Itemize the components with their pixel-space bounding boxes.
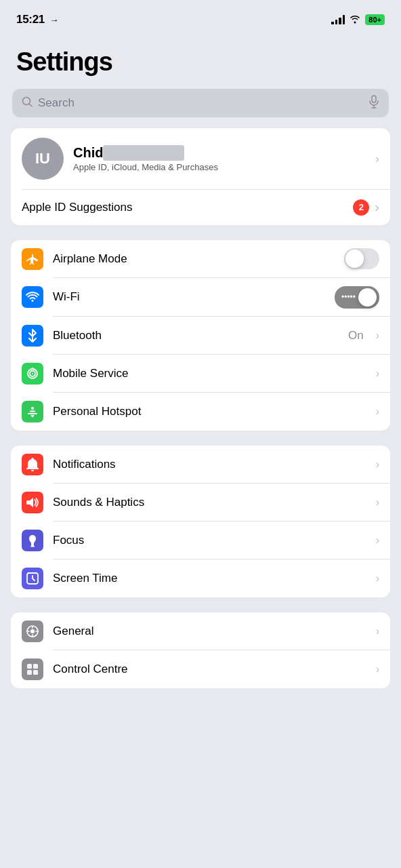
screen-time-icon	[22, 568, 43, 589]
svg-rect-14	[26, 500, 30, 505]
search-container: Search	[0, 82, 401, 128]
sounds-haptics-icon	[22, 492, 43, 513]
bluetooth-icon	[22, 325, 43, 347]
profile-chevron-icon: ›	[375, 152, 379, 166]
mobile-service-label: Mobile Service	[53, 367, 366, 380]
wifi-row[interactable]: Wi-Fi •••••	[11, 278, 390, 317]
bluetooth-label: Bluetooth	[53, 329, 339, 342]
suggestions-badge: 2	[353, 199, 369, 216]
personal-hotspot-label: Personal Hotspot	[53, 405, 366, 418]
svg-rect-25	[27, 670, 32, 675]
control-centre-icon	[22, 658, 43, 680]
airplane-mode-icon	[22, 248, 43, 270]
wifi-network-toggle[interactable]: •••••	[335, 286, 379, 309]
notifications-section: Notifications › Sounds & Haptics › Focus…	[11, 446, 390, 597]
bluetooth-chevron-icon: ›	[376, 330, 379, 342]
avatar: IU	[22, 138, 64, 180]
page-header: Settings	[0, 35, 401, 82]
sounds-haptics-label: Sounds & Haptics	[53, 496, 366, 509]
personal-hotspot-row[interactable]: Personal Hotspot ›	[11, 393, 390, 431]
profile-name: Chid	[73, 145, 366, 161]
focus-row[interactable]: Focus ›	[11, 521, 390, 559]
svg-rect-23	[27, 664, 32, 669]
bluetooth-value: On	[348, 329, 364, 342]
general-label: General	[53, 625, 366, 638]
notifications-chevron-icon: ›	[376, 458, 379, 471]
focus-icon	[22, 530, 43, 551]
control-centre-label: Control Centre	[53, 663, 366, 676]
wifi-network-name: •••••	[341, 292, 356, 302]
profile-card: IU Chid Apple ID, iCloud, Media & Purcha…	[11, 128, 390, 225]
svg-rect-26	[33, 670, 38, 675]
wifi-label: Wi-Fi	[53, 290, 325, 304]
search-icon	[22, 96, 33, 110]
search-placeholder: Search	[38, 96, 363, 110]
wifi-toggle-knob	[358, 288, 377, 307]
mobile-service-row[interactable]: Mobile Service ›	[11, 355, 390, 393]
signal-icon	[331, 15, 345, 24]
general-icon	[22, 620, 43, 642]
battery-icon: 80+	[365, 14, 385, 25]
mobile-service-chevron-icon: ›	[376, 368, 379, 380]
clock: 15:21	[16, 13, 45, 26]
airplane-mode-label: Airplane Mode	[53, 252, 335, 266]
connectivity-section: Airplane Mode Wi-Fi ••••• Bluetooth On	[11, 240, 390, 431]
personal-hotspot-chevron-icon: ›	[376, 406, 379, 418]
svg-rect-2	[372, 96, 376, 102]
screen-time-row[interactable]: Screen Time ›	[11, 559, 390, 597]
mobile-service-icon	[22, 363, 43, 384]
airplane-mode-toggle[interactable]	[344, 248, 379, 269]
general-chevron-icon: ›	[376, 625, 379, 637]
focus-label: Focus	[53, 534, 366, 547]
status-icons: 80+	[331, 14, 385, 26]
wifi-icon	[22, 286, 43, 308]
page-title: Settings	[16, 47, 385, 77]
notifications-row[interactable]: Notifications ›	[11, 446, 390, 484]
focus-chevron-icon: ›	[376, 534, 379, 547]
suggestions-right: 2 ›	[353, 199, 379, 216]
bluetooth-row[interactable]: Bluetooth On ›	[11, 317, 390, 355]
suggestions-row[interactable]: Apple ID Suggestions 2 ›	[11, 190, 390, 225]
search-bar[interactable]: Search	[12, 89, 389, 117]
control-centre-row[interactable]: Control Centre ›	[11, 650, 390, 688]
control-centre-chevron-icon: ›	[376, 663, 379, 675]
location-icon: →	[49, 15, 58, 25]
screen-time-label: Screen Time	[53, 572, 366, 585]
svg-rect-15	[30, 546, 35, 547]
svg-point-13	[31, 407, 34, 410]
profile-row[interactable]: IU Chid Apple ID, iCloud, Media & Purcha…	[11, 128, 390, 189]
status-time-area: 15:21 →	[16, 13, 58, 26]
general-row[interactable]: General ›	[11, 612, 390, 650]
suggestions-label: Apple ID Suggestions	[22, 201, 133, 214]
screen-time-chevron-icon: ›	[376, 572, 379, 585]
sounds-haptics-row[interactable]: Sounds & Haptics ›	[11, 484, 390, 521]
svg-rect-10	[28, 413, 37, 414]
notifications-icon	[22, 454, 43, 475]
status-bar: 15:21 → 80+	[0, 0, 401, 35]
airplane-mode-row[interactable]: Airplane Mode	[11, 240, 390, 278]
general-section: General › Control Centre ›	[11, 612, 390, 688]
suggestions-chevron-icon: ›	[375, 199, 379, 215]
svg-point-18	[30, 629, 35, 633]
svg-rect-11	[30, 410, 35, 412]
mic-icon[interactable]	[368, 95, 379, 111]
personal-hotspot-icon	[22, 401, 43, 422]
profile-subtitle: Apple ID, iCloud, Media & Purchases	[73, 162, 366, 172]
notifications-label: Notifications	[53, 458, 366, 471]
svg-point-8	[32, 373, 33, 374]
sounds-haptics-chevron-icon: ›	[376, 496, 379, 509]
svg-line-1	[29, 104, 32, 106]
svg-rect-24	[33, 664, 38, 669]
profile-info: Chid Apple ID, iCloud, Media & Purchases	[73, 145, 366, 172]
wifi-status-icon	[349, 14, 361, 26]
svg-point-5	[32, 300, 34, 302]
